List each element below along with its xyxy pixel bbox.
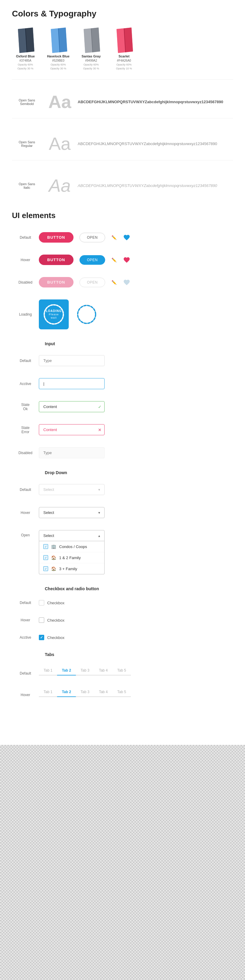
input-disabled-row: Disabled xyxy=(12,444,233,461)
option-checkbox-condos[interactable]: ✓ xyxy=(43,544,48,549)
input-error-row: StateError ✕ xyxy=(12,421,233,438)
tab-3-default[interactable]: Tab 3 xyxy=(76,666,94,676)
tab-5-default[interactable]: Tab 5 xyxy=(113,666,131,676)
dropdown-hover[interactable]: Select ▾ xyxy=(39,507,104,518)
typography-italic-row: Open SansItalic Aa ABCDEFGHIJKLMNOPQRSTU… xyxy=(12,169,233,202)
tab-2-hover[interactable]: Tab 2 xyxy=(57,687,76,697)
font-sample-char-italic: Aa xyxy=(42,175,78,196)
dropdown-open-header[interactable]: Select ▴ xyxy=(39,530,104,541)
button-hover-row: Hover BUTTON OPEN ✏️ xyxy=(12,251,233,268)
tabs-default-label: Default xyxy=(12,671,39,676)
checkbox-hover-content: Checkbox xyxy=(39,617,233,623)
loading-spinner-only xyxy=(75,302,99,326)
chevron-up-icon: ▴ xyxy=(98,534,100,538)
tab-2-default[interactable]: Tab 2 xyxy=(57,666,76,676)
button-default-content: BUTTON OPEN ✏️ xyxy=(39,232,233,243)
heart-icon-hover[interactable] xyxy=(123,256,130,264)
input-active[interactable] xyxy=(39,378,104,389)
tabs-subsection-title: Tabs xyxy=(12,652,233,657)
tab-3-hover[interactable]: Tab 3 xyxy=(76,687,94,697)
color-name-scarlet: Scarlet xyxy=(119,54,130,58)
color-item-scarlet: Scarlet #F4A26A0 Opacity 60%Opacity 10 % xyxy=(111,27,138,70)
tab-4-hover[interactable]: Tab 4 xyxy=(94,687,112,697)
input-ok[interactable] xyxy=(39,401,104,412)
home-multi-icon: 🏠 xyxy=(51,566,56,571)
tabs-default-container: Tab 1 Tab 2 Tab 3 Tab 4 Tab 5 xyxy=(39,666,131,676)
checkbox-active-item: ✓ Checkbox xyxy=(39,635,65,640)
dropdown-open-content: Select ▴ ✓ 🏢 Condos / Coops ✓ xyxy=(39,530,233,574)
color-name-havelock: Havelock Blue xyxy=(47,54,69,58)
input-default-wrapper xyxy=(39,355,104,366)
checkbox-default-box[interactable] xyxy=(39,600,44,606)
dropdown-default-row: Default Select ▾ xyxy=(12,481,233,498)
tabs-default-content: Tab 1 Tab 2 Tab 3 Tab 4 Tab 5 xyxy=(39,666,233,676)
dropdown-default-content: Select ▾ xyxy=(39,484,233,495)
checkbox-hover-text: Checkbox xyxy=(47,618,65,622)
input-error-label: StateError xyxy=(12,426,39,434)
dropdown-default[interactable]: Select ▾ xyxy=(39,484,104,495)
loading-container: LOADING Please wait xyxy=(39,299,99,329)
input-active-wrapper xyxy=(39,378,104,389)
button-disabled-content: BUTTON OPEN ✏️ xyxy=(39,277,233,288)
checkbox-hover-box[interactable] xyxy=(39,617,44,623)
tabs-hover-row: Hover Tab 1 Tab 2 Tab 3 Tab 4 Tab 5 xyxy=(12,684,233,700)
heart-icon-default[interactable] xyxy=(123,234,130,241)
input-default-row: Default xyxy=(12,352,233,369)
page-container: Colors & Typography Oxford Blue #37485A … xyxy=(0,0,245,745)
dropdown-option-family3plus[interactable]: ✓ 🏠 3 + Family xyxy=(39,563,104,574)
pencil-icon-hover[interactable]: ✏️ xyxy=(111,257,117,263)
font-sample-char-regular: Aa xyxy=(42,134,78,154)
outline-button-default[interactable]: OPEN xyxy=(79,233,105,242)
tab-1-default[interactable]: Tab 1 xyxy=(39,666,57,676)
input-active-label: Acctive xyxy=(12,382,39,386)
color-opacity-scarlet: Opacity 60%Opacity 10 % xyxy=(116,63,132,70)
checkbox-hover-label: Hover xyxy=(12,618,39,622)
primary-button-default[interactable]: BUTTON xyxy=(39,232,74,243)
dropdown-option-family12[interactable]: ✓ 🏠 1 & 2 Family xyxy=(39,552,104,563)
tab-4-default[interactable]: Tab 4 xyxy=(94,666,112,676)
primary-button-hover[interactable]: BUTTON xyxy=(39,255,74,265)
pencil-icon-disabled: ✏️ xyxy=(111,279,117,285)
loading-box-blue: LOADING Please wait xyxy=(39,299,69,329)
checkbox-default-item: Checkbox xyxy=(39,600,65,606)
input-disabled xyxy=(39,447,104,458)
button-default-label: Default xyxy=(12,235,39,240)
dropdown-open-container: Select ▴ ✓ 🏢 Condos / Coops ✓ xyxy=(39,530,104,574)
typography-regular-row: Open SansRegular Aa ABCDEFGHIJKLMNOPQRST… xyxy=(12,127,233,160)
outline-button-hover[interactable]: OPEN xyxy=(79,255,105,265)
option-checkbox-family3plus[interactable]: ✓ xyxy=(43,566,48,571)
dropdown-hover-label: Hover xyxy=(12,511,39,515)
checkmark-icon: ✓ xyxy=(40,635,43,640)
font-sample-text-semibold: ABCDEFGHIJKLMNOPQRSTUVWXYZabcdefghijklmn… xyxy=(78,100,233,104)
checkbox-active-label: Acctive xyxy=(12,635,39,640)
chevron-down-icon-default: ▾ xyxy=(98,488,100,492)
check-icon: ✓ xyxy=(98,404,101,409)
checkbox-subsection-title: Checkbox and radio button xyxy=(12,586,233,591)
pencil-icon-default[interactable]: ✏️ xyxy=(111,234,117,240)
input-error[interactable] xyxy=(39,424,104,435)
option-checkbox-family12[interactable]: ✓ xyxy=(43,555,48,560)
tab-5-hover[interactable]: Tab 5 xyxy=(113,687,131,697)
input-error-content: ✕ xyxy=(39,424,233,435)
color-opacity-oxford: Opacity 60%Opacity 30 % xyxy=(17,63,33,70)
oxford-blue-book xyxy=(15,27,36,54)
dropdown-open-row: Open Select ▴ ✓ 🏢 Condos / Coops xyxy=(12,527,233,578)
loading-label: Loading xyxy=(12,312,39,317)
input-default[interactable] xyxy=(39,355,104,366)
dropdown-default-label: Default xyxy=(12,488,39,492)
check-small-icon-family3plus: ✓ xyxy=(44,567,47,571)
tabs-hover-label: Hover xyxy=(12,693,39,697)
input-disabled-label: Disabled xyxy=(12,451,39,455)
dropdown-option-condos[interactable]: ✓ 🏢 Condos / Coops xyxy=(39,541,104,552)
checkbox-active-box[interactable]: ✓ xyxy=(39,635,44,640)
outline-button-disabled: OPEN xyxy=(79,278,105,287)
button-disabled-label: Disabled xyxy=(12,280,39,285)
loading-main-text: LOADING xyxy=(46,309,62,313)
dropdown-hover-content: Select ▾ xyxy=(39,507,233,518)
scarlet-book xyxy=(114,27,134,54)
divider-1 xyxy=(12,79,233,80)
checkbox-active-text: Checkbox xyxy=(47,635,65,640)
tab-1-hover[interactable]: Tab 1 xyxy=(39,687,57,697)
option-label-condos: Condos / Coops xyxy=(59,544,87,549)
dropdown-subsection-title: Drop Down xyxy=(12,470,233,475)
